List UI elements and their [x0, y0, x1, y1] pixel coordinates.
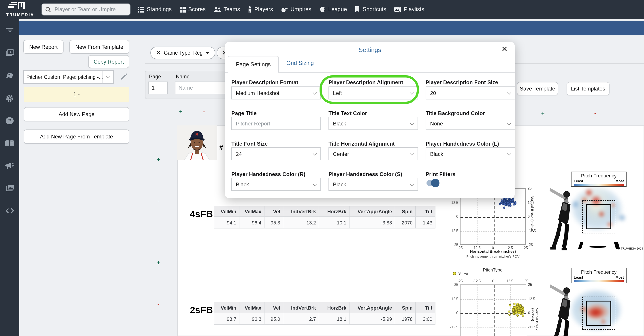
add-column-button[interactable]: + — [177, 108, 184, 115]
pitch-movement-scatter-2sfb: -25-25-25-12.5-12.5-12.500012.512.512.52… — [460, 284, 526, 336]
game-type-filter-chip[interactable]: ✕ Game Type: Reg — [150, 47, 215, 59]
heatmap-title: Pitch Frequency — [572, 173, 626, 178]
list-templates-button[interactable]: List Templates — [566, 82, 610, 95]
stat-cell: -3.83 — [350, 217, 395, 228]
settings-gear-icon[interactable] — [0, 92, 19, 104]
screenshots-icon[interactable] — [0, 182, 19, 194]
remove-row-button[interactable]: - — [155, 301, 162, 307]
nav-label: Teams — [224, 6, 240, 13]
y-axis-tick: 25 — [448, 283, 458, 287]
field-label: Player Description Format — [231, 79, 298, 86]
video-playlist-icon[interactable] — [0, 47, 19, 59]
save-template-button[interactable]: Save Template — [517, 82, 558, 95]
col-header: IndVertBrk — [283, 302, 319, 313]
pitch-stats-table: VelMin VelMax Vel IndVertBrk HorzBrk Ver… — [214, 206, 436, 228]
col-header: VelMin — [214, 206, 240, 217]
tab-label: Grid Sizing — [286, 60, 314, 66]
stat-cell: 2:00 — [416, 313, 436, 325]
nav-label: League — [328, 6, 347, 13]
select-value: Left — [333, 90, 342, 96]
nav-playlists[interactable]: Playlists — [394, 6, 424, 13]
tag-icon[interactable] — [0, 70, 19, 82]
data-point — [512, 313, 514, 315]
stat-cell: -5.99 — [350, 313, 395, 325]
remove-row-button[interactable]: - — [155, 197, 162, 204]
data-point — [507, 203, 509, 206]
close-icon[interactable]: ✕ — [502, 45, 508, 53]
filter-chip-label: Game Type: Reg — [164, 50, 202, 56]
data-point — [514, 308, 516, 310]
tab-grid-sizing[interactable]: Grid Sizing — [286, 60, 314, 66]
plot-area — [460, 284, 526, 336]
new-from-template-button[interactable]: New From Template — [69, 40, 129, 54]
shortcuts-icon — [355, 6, 360, 13]
player-handedness-color-s-select[interactable]: Black — [328, 178, 418, 191]
add-new-page-button[interactable]: Add New Page — [24, 107, 129, 121]
filter-icon[interactable] — [0, 24, 19, 36]
report-select[interactable]: Pitcher Custom Page: pitching -... — [23, 70, 114, 84]
tab-page-settings[interactable]: Page Settings — [228, 56, 279, 73]
nav-standings[interactable]: Standings — [138, 6, 172, 13]
strike-zone-outline — [586, 301, 611, 326]
search-input[interactable] — [54, 6, 125, 13]
title-font-size-select[interactable]: 24 — [231, 147, 321, 160]
add-new-page-from-template-button[interactable]: Add New Page From Template — [24, 130, 129, 144]
player-description-alignment-select[interactable]: Left — [328, 87, 418, 100]
gridline — [460, 299, 526, 299]
embed-code-icon[interactable] — [0, 205, 19, 216]
nav-shortcuts[interactable]: Shortcuts — [355, 6, 386, 13]
title-background-color-select[interactable]: None — [426, 117, 515, 130]
stat-cell: 13.2 — [283, 217, 319, 228]
nav-league[interactable]: League — [319, 6, 347, 13]
title-text-color-select[interactable]: Black — [328, 117, 418, 130]
player-description-font-size-select[interactable]: 20 — [426, 87, 515, 100]
gridline — [477, 285, 478, 336]
glossary-book-icon[interactable] — [0, 138, 19, 149]
add-row-button[interactable]: + — [155, 156, 162, 163]
title-horizontal-alignment-select[interactable]: Center — [328, 147, 418, 160]
svg-text:?: ? — [8, 118, 11, 123]
announcements-megaphone-icon[interactable] — [0, 160, 19, 172]
remove-filter-icon[interactable]: ✕ — [156, 50, 161, 56]
data-point — [508, 310, 510, 313]
remove-column-button[interactable]: - — [200, 108, 208, 115]
report-select-chevron[interactable] — [102, 71, 113, 83]
chart-title: PitchType — [466, 267, 520, 272]
trumedia-logo-text: TRUMEDIA — [3, 12, 37, 17]
trumedia-logo[interactable]: TRUMEDIA — [3, 1, 37, 18]
select-value: None — [430, 120, 443, 127]
stat-cell: 2070 — [395, 217, 416, 228]
gridline — [510, 285, 511, 336]
select-value: 24 — [236, 151, 242, 157]
nav-teams[interactable]: Teams — [214, 6, 240, 13]
x-axis-label: Horizontal Break (inches) — [460, 249, 526, 254]
page-list-item[interactable]: 1 - — [24, 87, 129, 102]
modal-title: Settings — [225, 46, 515, 53]
help-icon[interactable]: ? — [0, 115, 19, 126]
navbar-items: Standings Scores Teams Players Umpires L… — [138, 0, 424, 19]
copy-report-button[interactable]: Copy Report — [88, 55, 129, 68]
global-search[interactable] — [41, 3, 131, 16]
page-number-input[interactable] — [148, 82, 168, 94]
new-report-button[interactable]: New Report — [23, 40, 64, 54]
y-axis-tick: -25 — [448, 243, 458, 247]
add-row-button[interactable]: + — [155, 259, 162, 266]
print-filters-toggle[interactable] — [426, 180, 438, 186]
select-value: Black — [333, 181, 346, 187]
player-handedness-color-l-select[interactable]: Black — [426, 147, 515, 160]
player-handedness-color-r-select[interactable]: Black — [231, 178, 321, 191]
app-root: TRUMEDIA Standings Scores Teams Players — [0, 0, 644, 336]
nav-label: Scores — [188, 6, 206, 13]
nav-players[interactable]: Players — [248, 6, 273, 13]
nav-umpires[interactable]: Umpires — [281, 6, 311, 13]
legend-label: Sinker — [458, 271, 468, 275]
page-title-input[interactable] — [231, 117, 321, 130]
edit-pencil-icon[interactable] — [120, 73, 128, 81]
remove-column-button[interactable]: - — [592, 110, 599, 117]
nav-scores[interactable]: Scores — [180, 6, 206, 13]
gridline — [460, 327, 526, 328]
select-value: Medium Headshot — [236, 90, 280, 96]
stat-cell: 94.1 — [214, 217, 240, 228]
player-description-format-select[interactable]: Medium Headshot — [231, 87, 321, 100]
add-column-button[interactable]: + — [539, 110, 546, 117]
